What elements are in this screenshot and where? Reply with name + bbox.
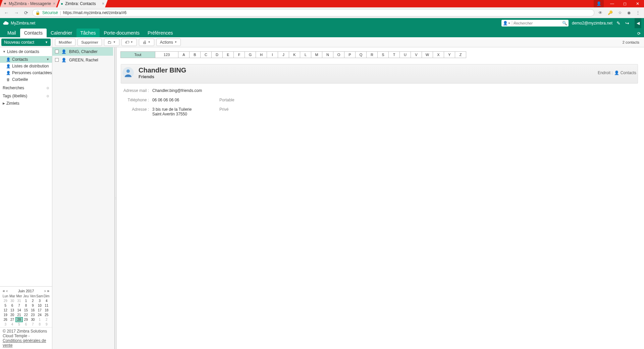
nav-tab-preferences[interactable]: Préférences bbox=[144, 29, 177, 37]
logout-icon[interactable]: ↪ bbox=[625, 20, 630, 27]
nav-reload-icon[interactable]: ⟳ bbox=[23, 9, 30, 17]
cal-day[interactable]: 17 bbox=[36, 308, 43, 312]
cal-day[interactable]: 8 bbox=[36, 322, 43, 327]
browser-tab-2[interactable]: ● Zimbra: Contacts × bbox=[57, 0, 108, 7]
cal-next-year[interactable]: » bbox=[46, 289, 50, 293]
star-icon[interactable]: ☆ bbox=[617, 9, 623, 16]
nav-back-icon[interactable]: ← bbox=[3, 9, 10, 17]
checkbox[interactable] bbox=[55, 58, 59, 62]
search-icon[interactable]: 🔍 bbox=[562, 21, 567, 26]
alpha-C[interactable]: C bbox=[200, 51, 212, 58]
nav-forward-icon[interactable]: → bbox=[13, 9, 20, 17]
sidebar-lists-header[interactable]: ▼ Listes de contacts bbox=[0, 47, 52, 56]
gear-icon[interactable]: ⚙ bbox=[46, 94, 49, 98]
cal-day[interactable]: 3 bbox=[2, 322, 9, 327]
cal-day[interactable]: 7 bbox=[16, 303, 22, 308]
cal-day[interactable]: 10 bbox=[36, 303, 43, 308]
list-item[interactable]: 👤GREEN, Rachel bbox=[52, 56, 113, 64]
maximize-button[interactable]: ◻ bbox=[619, 0, 631, 7]
user-email[interactable]: demo2@myzimbra.net bbox=[572, 21, 612, 26]
cal-day[interactable]: 4 bbox=[9, 322, 15, 327]
alpha-H[interactable]: H bbox=[256, 51, 267, 58]
alpha-A[interactable]: A bbox=[178, 51, 190, 58]
nav-tab-taches[interactable]: Tâches bbox=[76, 29, 100, 37]
sidebar-tags[interactable]: Tags (libellés) ⚙ bbox=[0, 91, 52, 99]
cal-day[interactable]: 7 bbox=[30, 322, 36, 327]
delete-button[interactable]: Supprimer bbox=[77, 39, 102, 46]
key-icon[interactable]: 🔑 bbox=[606, 9, 614, 16]
cal-day[interactable]: 1 bbox=[22, 299, 29, 303]
cal-day[interactable]: 23 bbox=[30, 313, 36, 317]
alpha-F[interactable]: F bbox=[233, 51, 245, 58]
collapse-header-button[interactable]: ◀ bbox=[635, 18, 641, 28]
cal-day[interactable]: 25 bbox=[43, 313, 50, 317]
search-box[interactable]: 👤 ▼ 🔍 bbox=[501, 20, 569, 27]
sidebar-item-trash[interactable]: 🗑 Corbeille bbox=[0, 76, 52, 83]
cal-day[interactable]: 6 bbox=[22, 322, 29, 327]
close-icon[interactable]: × bbox=[53, 1, 55, 6]
cal-day[interactable]: 1 bbox=[36, 317, 43, 322]
cal-day[interactable]: 31 bbox=[16, 299, 22, 303]
cal-day[interactable]: 5 bbox=[16, 322, 22, 327]
cal-day[interactable]: 9 bbox=[43, 322, 50, 327]
cal-prev-month[interactable]: ‹ bbox=[6, 289, 8, 293]
cal-day[interactable]: 30 bbox=[30, 317, 36, 322]
alpha-R[interactable]: R bbox=[366, 51, 378, 58]
cal-day[interactable]: 8 bbox=[22, 303, 29, 308]
alpha-W[interactable]: W bbox=[422, 51, 433, 58]
cal-day[interactable]: 24 bbox=[36, 313, 43, 317]
cal-day[interactable]: 18 bbox=[43, 308, 50, 312]
tag-button[interactable]: 🏷▼ bbox=[121, 39, 137, 46]
chevron-down-icon[interactable]: ▼ bbox=[46, 58, 49, 61]
alpha-123[interactable]: 123 bbox=[155, 51, 178, 58]
alpha-all[interactable]: Tout bbox=[120, 51, 155, 58]
cal-day[interactable]: 22 bbox=[22, 313, 29, 317]
browser-tab-1[interactable]: ✦ MyZimbra - Messagerie × bbox=[0, 0, 59, 7]
cal-day[interactable]: 14 bbox=[16, 308, 22, 312]
nav-tab-calendrier[interactable]: Calendrier bbox=[47, 29, 76, 37]
alpha-G[interactable]: G bbox=[245, 51, 256, 58]
nav-tab-porte-documents[interactable]: Porte-documents bbox=[100, 29, 144, 37]
menu-icon[interactable]: ⋮ bbox=[635, 9, 641, 16]
alpha-D[interactable]: D bbox=[211, 51, 223, 58]
sidebar-recherches[interactable]: Recherches ⚙ bbox=[0, 83, 52, 91]
alpha-U[interactable]: U bbox=[399, 51, 411, 58]
alpha-P[interactable]: P bbox=[344, 51, 356, 58]
alpha-Q[interactable]: Q bbox=[355, 51, 367, 58]
nav-tab-contacts[interactable]: Contacts bbox=[20, 29, 47, 37]
cal-day[interactable]: 5 bbox=[2, 303, 9, 308]
edit-icon[interactable]: ✎ bbox=[616, 20, 621, 27]
close-window-button[interactable]: ✕ bbox=[631, 0, 644, 7]
alpha-K[interactable]: K bbox=[289, 51, 300, 58]
cal-day[interactable]: 6 bbox=[9, 303, 15, 308]
cal-day[interactable]: 29 bbox=[2, 299, 9, 303]
cal-day[interactable]: 3 bbox=[36, 299, 43, 303]
cal-day[interactable]: 21 bbox=[16, 313, 22, 317]
cal-day[interactable]: 19 bbox=[2, 313, 9, 317]
alpha-M[interactable]: M bbox=[311, 51, 322, 58]
alpha-X[interactable]: X bbox=[433, 51, 444, 58]
cal-day[interactable]: 9 bbox=[30, 303, 36, 308]
alpha-T[interactable]: T bbox=[388, 51, 400, 58]
cal-day[interactable]: 28 bbox=[16, 317, 22, 322]
new-contact-button[interactable]: Nouveau contact ▼ bbox=[1, 39, 51, 46]
list-item[interactable]: 👤BING, Chandler bbox=[52, 47, 113, 56]
move-button[interactable]: 🗀▼ bbox=[104, 39, 119, 46]
alpha-J[interactable]: J bbox=[278, 51, 289, 58]
alpha-I[interactable]: I bbox=[267, 51, 278, 58]
nav-tab-mail[interactable]: Mail bbox=[3, 29, 20, 37]
sidebar-item-contacts[interactable]: 👤 Contacts ▼ bbox=[0, 56, 52, 63]
app-logo[interactable]: MyZimbra.net bbox=[3, 20, 35, 26]
cal-day[interactable]: 30 bbox=[9, 299, 15, 303]
cal-day[interactable]: 2 bbox=[30, 299, 36, 303]
cal-day[interactable]: 12 bbox=[2, 308, 9, 312]
cal-prev-year[interactable]: « bbox=[2, 289, 6, 293]
cal-day[interactable]: 13 bbox=[9, 308, 15, 312]
url-field[interactable]: 🔒 Sécurisé | https://mail.myzimbra.net/z… bbox=[32, 9, 594, 16]
cal-day[interactable]: 29 bbox=[22, 317, 29, 322]
footer-terms-link[interactable]: Conditions générales de vente bbox=[3, 338, 46, 348]
gear-icon[interactable]: ⚙ bbox=[46, 86, 49, 90]
alpha-E[interactable]: E bbox=[222, 51, 234, 58]
alpha-Z[interactable]: Z bbox=[455, 51, 466, 58]
edit-button[interactable]: Modifier bbox=[55, 39, 75, 46]
